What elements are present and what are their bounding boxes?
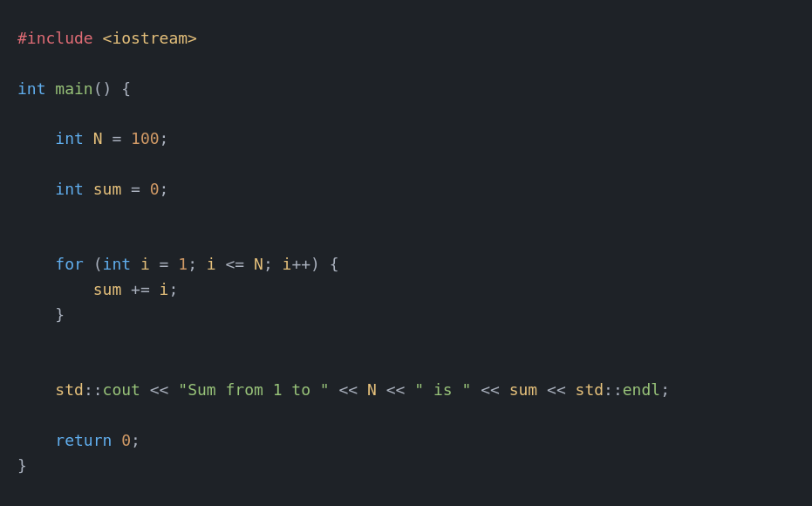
cout-statement: std::cout << "Sum from 1 to " << N << " …	[17, 380, 670, 399]
main-declaration: int main() {	[17, 79, 131, 98]
code-content: #include <iostream> int main() { int N =…	[17, 26, 795, 478]
n-declaration: int N = 100;	[17, 129, 168, 147]
for-close: }	[17, 305, 65, 324]
include-directive: #include <iostream>	[17, 29, 197, 47]
main-close: }	[17, 456, 27, 475]
sum-declaration: int sum = 0;	[17, 180, 168, 198]
code-editor: #include <iostream> int main() { int N =…	[17, 26, 795, 478]
for-loop: for (int i = 1; i <= N; i++) {	[17, 255, 339, 273]
sum-increment: sum += i;	[17, 280, 178, 298]
return-statement: return 0;	[17, 431, 140, 449]
